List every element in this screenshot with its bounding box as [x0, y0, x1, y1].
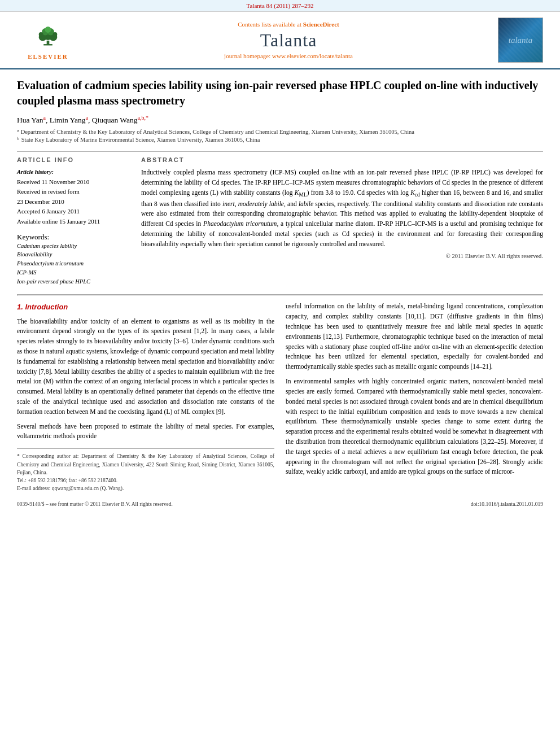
author1: Hua Yana: [17, 116, 46, 124]
abstract-header: ABSTRACT: [141, 156, 543, 163]
article-title: Evaluation of cadmium species lability u…: [17, 78, 543, 108]
doi-line: doi:10.1016/j.talanta.2011.01.019: [471, 501, 543, 507]
journal-homepage: journal homepage: www.elsevier.com/locat…: [85, 53, 492, 59]
copyright-line: © 2011 Elsevier B.V. All rights reserved…: [141, 253, 543, 259]
authors-line: Hua Yana, Limin Yanga, Qiuquan Wanga,b,*: [17, 114, 543, 125]
article-info-header: ARTICLE INFO: [17, 156, 130, 163]
journal-header: ELSEVIER Contents lists available at Sci…: [0, 12, 560, 69]
author2: Limin Yanga: [50, 116, 88, 124]
intro-para2: Several methods have been proposed to es…: [17, 422, 274, 442]
keywords-label: Keywords:: [17, 233, 130, 242]
svg-rect-1: [43, 44, 53, 45]
affiliation-a: ᵃ Department of Chemistry & the Key Labo…: [17, 128, 543, 137]
body-right-column: useful information on the lability of me…: [286, 302, 543, 492]
article-content: Evaluation of cadmium species lability u…: [0, 69, 560, 518]
tel-note: Tel.: +86 592 2181796; fax: +86 592 2187…: [17, 477, 274, 484]
svg-point-9: [53, 32, 58, 37]
bottom-bar: 0039-9140/$ – see front matter © 2011 El…: [17, 499, 543, 510]
accepted-date: Accepted 6 January 2011: [17, 207, 130, 217]
revised-date: 23 December 2010: [17, 197, 130, 207]
author3: Qiuquan Wanga,b,*: [92, 116, 148, 124]
received-date: Received 11 November 2010: [17, 177, 130, 187]
talanta-badge: talanta: [498, 18, 543, 63]
journal-homepage-url[interactable]: www.elsevier.com/locate/talanta: [272, 53, 353, 59]
issn-line: 0039-9140/$ – see front matter © 2011 El…: [17, 501, 173, 507]
svg-point-8: [39, 32, 43, 37]
info-abstract-section: ARTICLE INFO Article history: Received 1…: [17, 156, 543, 286]
keywords-section: Keywords: Cadmium species lability Bioav…: [17, 233, 130, 286]
keyword-2: Bioavailability: [17, 250, 130, 259]
talanta-badge-text: talanta: [509, 36, 533, 45]
journal-title-area: Contents lists available at ScienceDirec…: [85, 21, 492, 59]
sciencedirect-label: Contents lists available at ScienceDirec…: [85, 21, 492, 28]
svg-point-7: [45, 27, 51, 33]
keywords-list: Cadmium species lability Bioavailability…: [17, 242, 130, 286]
keyword-3: Phaeodactylum tricornutum: [17, 259, 130, 268]
revised-label: Received in revised form: [17, 187, 130, 197]
journal-citation: Talanta 84 (2011) 287–292: [247, 2, 314, 9]
section-divider: [17, 151, 543, 152]
body-divider: [17, 294, 543, 296]
affiliations: ᵃ Department of Chemistry & the Key Labo…: [17, 128, 543, 145]
body-section: 1. Introduction The bioavailability and/…: [17, 302, 543, 492]
keyword-4: ICP-MS: [17, 268, 130, 277]
body-left-column: 1. Introduction The bioavailability and/…: [17, 302, 274, 492]
elsevier-logo: [17, 21, 79, 52]
abstract-column: ABSTRACT Inductively coupled plasma mass…: [141, 156, 543, 286]
elsevier-text: ELSEVIER: [28, 53, 68, 60]
online-date: Available online 15 January 2011: [17, 217, 130, 227]
history-label: Article history:: [17, 168, 130, 177]
journal-badge-area: talanta: [492, 18, 549, 63]
article-history: Article history: Received 11 November 20…: [17, 168, 130, 227]
journal-citation-bar: Talanta 84 (2011) 287–292: [0, 0, 560, 12]
elsevier-tree-icon: [34, 27, 62, 46]
publisher-logo-area: ELSEVIER: [11, 21, 85, 60]
journal-title: Talanta: [85, 30, 492, 51]
article-info-column: ARTICLE INFO Article history: Received 1…: [17, 156, 130, 286]
intro-para1: The bioavailability and/or toxicity of a…: [17, 317, 274, 417]
rightcol-para1: useful information on the lability of me…: [286, 302, 543, 372]
corresponding-author-note: * Corresponding author at: Department of…: [17, 452, 274, 477]
intro-section-title: 1. Introduction: [17, 302, 274, 313]
affiliation-b: ᵇ State Key Laboratory of Marine Environ…: [17, 136, 543, 145]
keyword-5: Ion-pair reversed phase HPLC: [17, 277, 130, 286]
keyword-1: Cadmium species lability: [17, 242, 130, 251]
email-note: E-mail address: qqwang@xmu.edu.cn (Q. Wa…: [17, 484, 274, 492]
abstract-text: Inductively coupled plasma mass spectrom…: [141, 168, 543, 250]
footnotes: * Corresponding author at: Department of…: [17, 448, 274, 492]
rightcol-para2: In environmental samples with highly con…: [286, 377, 543, 477]
sciencedirect-link-text[interactable]: ScienceDirect: [303, 21, 339, 28]
